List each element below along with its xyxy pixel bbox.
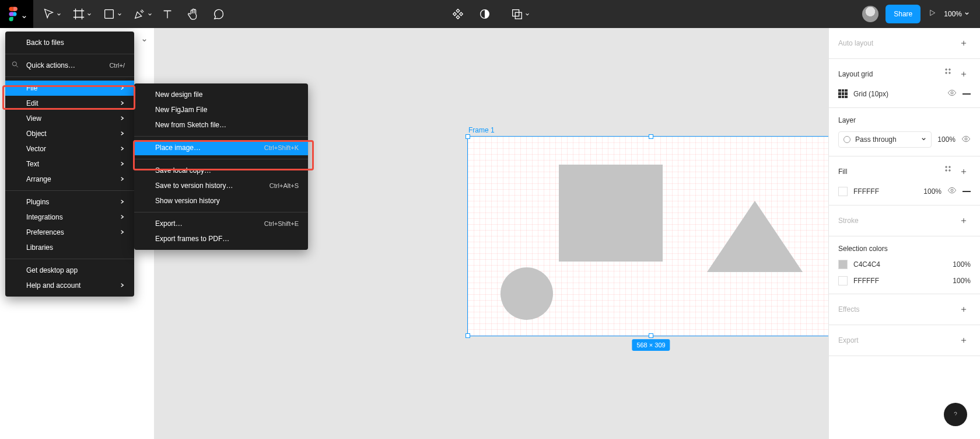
resize-handle[interactable]: [466, 333, 470, 338]
resize-handle[interactable]: [466, 134, 470, 139]
svg-point-12: [949, 166, 950, 168]
layout-grid-section: Layout grid Grid (10px): [829, 59, 980, 108]
grid-type-icon[interactable]: [838, 89, 848, 99]
help-button[interactable]: [944, 403, 967, 426]
selection-colors-section: Selection colors C4C4C4 100% FFFFFF 100%: [829, 236, 980, 294]
menu-new-design-file[interactable]: New design file: [134, 87, 308, 102]
menu-arrange[interactable]: Arrange: [5, 172, 134, 187]
grid-value[interactable]: Grid (10px): [853, 90, 888, 98]
menu-text[interactable]: Text: [5, 156, 134, 172]
menu-get-desktop[interactable]: Get desktop app: [5, 263, 134, 278]
menu-object[interactable]: Object: [5, 126, 134, 141]
menu-save-version-history[interactable]: Save to version history…Ctrl+Alt+S: [134, 178, 308, 193]
menu-back-to-files[interactable]: Back to files: [5, 35, 134, 50]
chevron-down-icon: [22, 12, 26, 16]
avatar[interactable]: [862, 6, 878, 22]
add-fill-button[interactable]: [957, 165, 971, 179]
search-icon: [11, 61, 19, 71]
menu-export-frames-pdf[interactable]: Export frames to PDF…: [134, 231, 308, 246]
svg-rect-1: [105, 10, 114, 19]
grid-styles-icon[interactable]: [944, 67, 952, 81]
menu-quick-actions[interactable]: Quick actions…Ctrl+/: [5, 58, 134, 73]
blend-value: Pass through: [855, 135, 897, 144]
mask-icon[interactable]: [475, 0, 495, 28]
svg-point-15: [951, 189, 953, 191]
fill-styles-icon[interactable]: [944, 165, 952, 179]
layer-title: Layer: [838, 116, 856, 124]
svg-rect-4: [515, 12, 522, 19]
rectangle-shape[interactable]: [559, 165, 663, 262]
export-title: Export: [838, 336, 859, 344]
sel-color-2-op[interactable]: 100%: [953, 277, 971, 285]
menu-plugins[interactable]: Plugins: [5, 194, 134, 210]
menu-help[interactable]: Help and account: [5, 278, 134, 293]
resize-handle[interactable]: [649, 333, 653, 338]
frame-tool[interactable]: [64, 0, 94, 28]
fill-title: Fill: [838, 168, 847, 176]
stroke-title: Stroke: [838, 217, 859, 225]
menu-libraries[interactable]: Libraries: [5, 240, 134, 255]
hand-tool[interactable]: [180, 0, 206, 28]
menu-integrations[interactable]: Integrations: [5, 210, 134, 225]
menu-vector[interactable]: Vector: [5, 141, 134, 156]
layer-opacity[interactable]: 100%: [937, 135, 956, 144]
svg-point-9: [951, 92, 953, 94]
triangle-shape[interactable]: [707, 201, 803, 272]
move-tool[interactable]: [33, 0, 64, 28]
menu-show-version-history[interactable]: Show version history: [134, 193, 308, 208]
fill-swatch[interactable]: [838, 187, 848, 196]
pen-tool[interactable]: [124, 0, 155, 28]
zoom-control[interactable]: 100%: [944, 10, 970, 18]
add-auto-layout-button[interactable]: [957, 36, 971, 50]
menu-new-figjam-file[interactable]: New FigJam File: [134, 102, 308, 117]
visibility-toggle[interactable]: [961, 134, 971, 145]
topbar: Share 100%: [0, 0, 980, 28]
add-effect-button[interactable]: [957, 302, 971, 316]
sel-color-1-op[interactable]: 100%: [953, 260, 971, 269]
selection-colors-title: Selection colors: [838, 245, 888, 253]
boolean-tool[interactable]: [502, 0, 532, 28]
export-section: Export: [829, 325, 980, 356]
add-stroke-button[interactable]: [957, 214, 971, 228]
color-swatch[interactable]: [838, 276, 848, 285]
menu-place-image[interactable]: Place image…Ctrl+Shift+K: [134, 140, 308, 155]
menu-file[interactable]: File: [5, 81, 134, 96]
shape-tool[interactable]: [94, 0, 124, 28]
effects-title: Effects: [838, 305, 859, 313]
ellipse-shape[interactable]: [501, 267, 553, 320]
svg-point-14: [949, 170, 950, 171]
menu-new-from-sketch[interactable]: New from Sketch file…: [134, 117, 308, 133]
add-export-button[interactable]: [957, 333, 971, 347]
visibility-toggle[interactable]: [947, 186, 957, 197]
menu-view[interactable]: View: [5, 111, 134, 126]
text-tool[interactable]: [155, 0, 180, 28]
menu-save-local-copy[interactable]: Save local copy…: [134, 163, 308, 178]
remove-grid-button[interactable]: [963, 93, 971, 95]
chevron-right-icon: [120, 84, 125, 92]
menu-edit[interactable]: Edit: [5, 96, 134, 111]
add-grid-button[interactable]: [957, 67, 971, 81]
frame-label[interactable]: Frame 1: [468, 126, 495, 134]
chevron-down-icon[interactable]: [142, 37, 147, 45]
fill-hex[interactable]: FFFFFF: [853, 187, 879, 196]
main-menu-button[interactable]: [0, 0, 33, 28]
present-button[interactable]: [928, 8, 937, 20]
auto-layout-section: Auto layout: [829, 28, 980, 59]
blend-icon: [844, 136, 850, 143]
sel-color-1[interactable]: C4C4C4: [853, 260, 880, 269]
frame-selection[interactable]: 568 × 309: [467, 136, 828, 336]
menu-preferences[interactable]: Preferences: [5, 225, 134, 240]
sel-color-2[interactable]: FFFFFF: [853, 277, 879, 285]
figma-logo-icon: [8, 6, 18, 22]
fill-opacity[interactable]: 100%: [923, 187, 942, 196]
menu-export[interactable]: Export…Ctrl+Shift+E: [134, 216, 308, 231]
effects-section: Effects: [829, 294, 980, 325]
visibility-toggle[interactable]: [947, 88, 957, 99]
share-button[interactable]: Share: [886, 5, 921, 23]
resize-handle[interactable]: [649, 134, 653, 139]
comment-tool[interactable]: [206, 0, 232, 28]
remove-fill-button[interactable]: [963, 191, 971, 192]
color-swatch[interactable]: [838, 260, 848, 269]
components-icon[interactable]: [448, 0, 468, 28]
blend-mode-select[interactable]: Pass through: [838, 131, 932, 148]
